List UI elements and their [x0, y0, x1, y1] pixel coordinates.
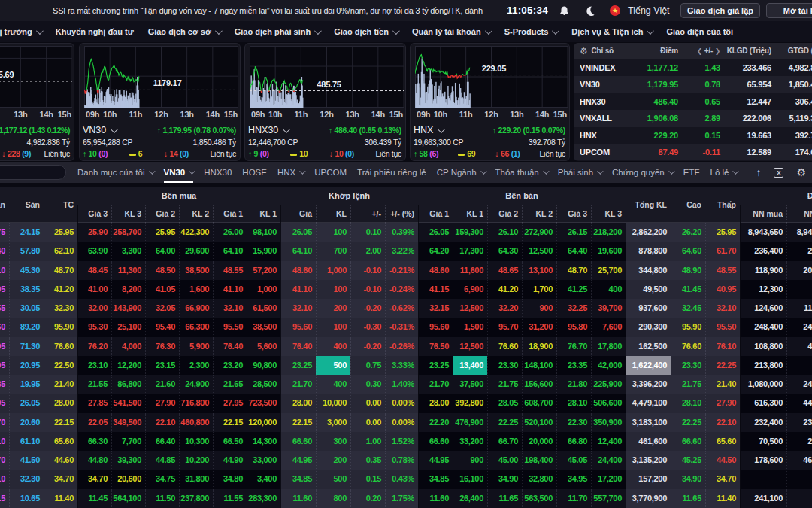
- board-cell[interactable]: 14,300: [247, 432, 280, 452]
- board-cell[interactable]: 247,400: [786, 375, 812, 394]
- board-cell[interactable]: 32.10: [213, 299, 247, 318]
- tab-vn30[interactable]: VN30: [164, 162, 194, 183]
- menu-item-khuy-n-ngh-u-t-[interactable]: Khuyến nghị đầu tư: [56, 27, 134, 36]
- board-settings-gear-icon[interactable]: ⚙: [796, 166, 806, 178]
- board-cell[interactable]: 236,400: [740, 242, 786, 261]
- index-row-vnxall[interactable]: VNXALL1,906.082.89222.0065,119.327: [574, 110, 812, 126]
- board-cell[interactable]: 22.30: [556, 413, 591, 433]
- board-cell[interactable]: 11.60: [280, 489, 316, 508]
- tab-danh-m-c-c-a-t-i[interactable]: Danh mục của tôi: [77, 162, 153, 183]
- board-cell[interactable]: 506,600: [591, 394, 626, 413]
- board-cell[interactable]: 25.95: [145, 223, 179, 242]
- board-cell[interactable]: 26.05: [280, 223, 316, 242]
- board-cell[interactable]: 23.20: [213, 356, 247, 376]
- board-cell[interactable]: 27.75: [0, 223, 9, 242]
- board-cell[interactable]: 48.65: [487, 261, 522, 281]
- board-cell[interactable]: [740, 470, 786, 489]
- board-cell[interactable]: 86,800: [111, 375, 145, 394]
- board-cell[interactable]: 17,800: [591, 337, 626, 357]
- board-cell[interactable]: 12,500: [522, 242, 556, 261]
- board-cell[interactable]: 34.70: [44, 470, 77, 489]
- board-cell[interactable]: 11.55: [213, 489, 247, 508]
- board-cell[interactable]: 44.60: [44, 451, 77, 470]
- board-cell[interactable]: 11.65: [671, 489, 705, 508]
- menu-item-qu-n-l-t-i-kho-n[interactable]: Quản lý tài khoản: [412, 27, 490, 36]
- board-cell[interactable]: 12,500: [453, 299, 487, 318]
- board-cell[interactable]: 95.60: [418, 318, 453, 337]
- board-cell[interactable]: 45.25: [671, 451, 705, 470]
- board-cell[interactable]: 0.00%: [385, 394, 418, 413]
- board-cell[interactable]: 30.05: [9, 299, 44, 318]
- board-cell[interactable]: 100: [316, 280, 350, 300]
- board-cell[interactable]: 400: [316, 375, 350, 394]
- board-cell[interactable]: 27,900: [786, 432, 812, 452]
- board-cell[interactable]: 564,100: [111, 489, 145, 508]
- board-cell[interactable]: 41.50: [9, 451, 44, 470]
- board-cell[interactable]: 66.60: [418, 432, 453, 452]
- board-cell[interactable]: 32.25: [556, 299, 591, 318]
- board-cell[interactable]: 26,400: [453, 489, 487, 508]
- board-cell[interactable]: 29,600: [179, 242, 213, 261]
- menu-item-giao-d-ch-ph-i-sinh[interactable]: Giao dịch phái sinh: [235, 27, 320, 36]
- price-board-row[interactable]: 12.1510.6511.4011.45564,10011.50237,8001…: [0, 489, 812, 508]
- board-cell[interactable]: 422,300: [179, 223, 213, 242]
- board-cell[interactable]: 76.60: [487, 337, 522, 357]
- board-cell[interactable]: 32.00: [77, 299, 111, 318]
- board-cell[interactable]: 23.10: [77, 356, 111, 376]
- board-cell[interactable]: 143,900: [111, 299, 145, 318]
- board-cell[interactable]: 21.75: [487, 375, 522, 394]
- board-cell[interactable]: 66.80: [556, 432, 591, 452]
- board-cell[interactable]: 2.00: [350, 242, 385, 261]
- board-cell[interactable]: 64.10: [280, 242, 316, 261]
- board-cell[interactable]: 3,300: [111, 242, 145, 261]
- board-cell[interactable]: 13,400: [453, 356, 487, 376]
- menu-item-th-tr-ng[interactable]: Thị trường: [0, 27, 41, 36]
- board-cell[interactable]: -0.10: [350, 280, 385, 300]
- board-cell[interactable]: 118,300: [786, 299, 812, 318]
- board-cell[interactable]: 39,700: [591, 299, 626, 318]
- board-cell[interactable]: 21.75: [671, 375, 705, 394]
- board-col-header[interactable]: Sàn: [9, 187, 44, 223]
- board-cell[interactable]: 19,600: [591, 242, 626, 261]
- board-cell[interactable]: 0.78%: [385, 451, 418, 470]
- board-cell[interactable]: 1.40%: [385, 375, 418, 394]
- board-cell[interactable]: 95.50: [705, 318, 740, 337]
- board-cell[interactable]: -0.24%: [385, 280, 418, 300]
- board-cell[interactable]: 66.40: [145, 432, 179, 452]
- board-cell[interactable]: 5,600: [247, 337, 280, 357]
- price-board-row[interactable]: 70.1061.1065.6066.307,70066.4010,30066.5…: [0, 432, 812, 451]
- board-cell[interactable]: 28.05: [487, 394, 522, 413]
- board-cell[interactable]: 272,900: [522, 223, 556, 242]
- board-cell[interactable]: 11.60: [418, 489, 453, 508]
- board-cell[interactable]: 33,200: [453, 432, 487, 452]
- board-cell[interactable]: 500: [316, 356, 350, 376]
- board-cell[interactable]: 800: [316, 489, 350, 508]
- board-cell[interactable]: 156,600: [522, 375, 556, 394]
- board-cell[interactable]: 102.60: [0, 318, 9, 337]
- board-cell[interactable]: 47.70: [0, 451, 9, 470]
- board-cell[interactable]: 218,200: [591, 223, 626, 242]
- board-col-header[interactable]: KL 3: [111, 205, 145, 223]
- board-cell[interactable]: 349,500: [111, 413, 145, 433]
- board-cell[interactable]: 45.00: [487, 451, 522, 470]
- board-cell[interactable]: 27.90: [145, 394, 179, 413]
- board-cell[interactable]: 61.10: [9, 432, 44, 452]
- board-cell[interactable]: 225,900: [591, 375, 626, 394]
- board-cell[interactable]: 34.80: [213, 470, 247, 489]
- board-cell[interactable]: 20.95: [9, 356, 44, 376]
- board-cell[interactable]: 26.20: [671, 223, 705, 242]
- tab-tr-i-phi-u-ri-ng-l-[interactable]: Trái phiếu riêng lẻ: [357, 162, 426, 183]
- index-row-vn30[interactable]: VN301,179.950.7865.9541,850.486: [574, 76, 812, 93]
- board-cell[interactable]: 3,000: [316, 413, 350, 433]
- board-col-header[interactable]: Giá: [280, 205, 316, 223]
- board-cell[interactable]: 32.15: [418, 299, 453, 318]
- board-cell[interactable]: 159,300: [453, 223, 487, 242]
- tab-cp-ng-nh[interactable]: CP Ngành: [437, 162, 485, 183]
- board-col-header[interactable]: KL 2: [179, 205, 213, 223]
- dark-mode-icon[interactable]: [584, 5, 595, 17]
- tab-th-a-thu-n[interactable]: Thỏa thuận: [495, 162, 547, 183]
- board-cell[interactable]: 465,800: [786, 451, 812, 470]
- board-cell[interactable]: 443,700: [786, 394, 812, 413]
- notification-bell-icon[interactable]: [559, 5, 570, 17]
- tab-ph-i-sinh[interactable]: Phái sinh: [558, 162, 601, 183]
